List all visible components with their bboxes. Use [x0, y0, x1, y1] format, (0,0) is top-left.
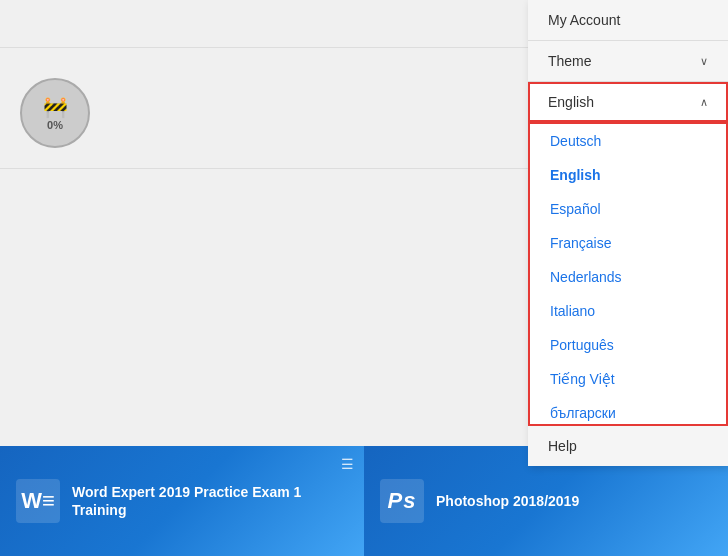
lang-item-de[interactable]: Deutsch: [530, 124, 726, 158]
ps-icon: Ps: [388, 488, 417, 514]
lang-item-it[interactable]: Italiano: [530, 294, 726, 328]
badge-circle: 🚧 0%: [20, 78, 90, 148]
my-account-item[interactable]: My Account: [528, 0, 728, 40]
word-icon-box: W≡: [16, 479, 60, 523]
lang-item-nl[interactable]: Nederlands: [530, 260, 726, 294]
badge-percent: 0%: [47, 119, 63, 131]
my-account-label: My Account: [548, 12, 620, 28]
language-list[interactable]: DeutschEnglishEspañolFrançaiseNederlands…: [530, 124, 726, 424]
dropdown-menu: My Account Theme ∨ English ∧ DeutschEngl…: [528, 0, 728, 466]
help-label: Help: [548, 438, 577, 454]
theme-chevron-icon: ∨: [700, 55, 708, 68]
language-submenu: DeutschEnglishEspañolFrançaiseNederlands…: [528, 122, 728, 426]
help-item[interactable]: Help: [528, 426, 728, 466]
lang-item-fr[interactable]: Française: [530, 226, 726, 260]
badge-icon: 🚧: [43, 95, 68, 119]
word-card-text: Word Expert 2019 Practice Exam 1 Trainin…: [72, 483, 348, 519]
word-card-title: Word Expert 2019 Practice Exam 1 Trainin…: [72, 483, 348, 519]
ps-card-title: Photoshop 2018/2019: [436, 492, 579, 510]
english-label: English: [548, 94, 594, 110]
english-chevron-icon: ∧: [700, 96, 708, 109]
ps-icon-box: Ps: [380, 479, 424, 523]
page-container: 🔔 knowledge base ∧ 🚧 0% ☰ W≡ Word E: [0, 0, 728, 556]
ps-card-text: Photoshop 2018/2019: [436, 492, 579, 510]
lang-item-pt[interactable]: Português: [530, 328, 726, 362]
language-selector[interactable]: English ∧: [528, 82, 728, 122]
lang-item-es[interactable]: Español: [530, 192, 726, 226]
theme-label: Theme: [548, 53, 592, 69]
card-menu-icon[interactable]: ☰: [341, 456, 354, 472]
lang-item-bg[interactable]: български: [530, 396, 726, 424]
word-icon: W≡: [21, 488, 55, 514]
lang-item-vi[interactable]: Tiếng Việt: [530, 362, 726, 396]
word-card[interactable]: ☰ W≡ Word Expert 2019 Practice Exam 1 Tr…: [0, 446, 364, 556]
theme-item[interactable]: Theme ∨: [528, 41, 728, 81]
lang-item-en[interactable]: English: [530, 158, 726, 192]
